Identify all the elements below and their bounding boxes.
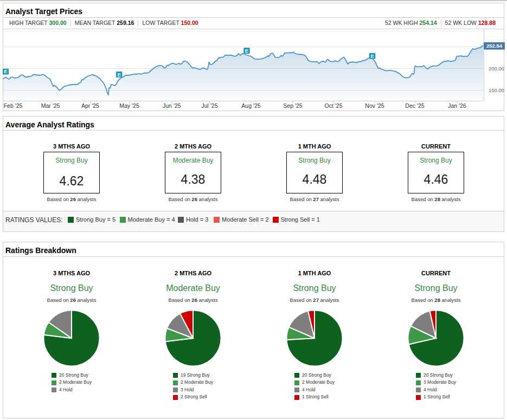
svg-text:Apr '25: Apr '25	[81, 102, 99, 109]
svg-text:E: E	[4, 68, 7, 74]
svg-text:252.54: 252.54	[486, 43, 503, 49]
svg-text:Jun '25: Jun '25	[163, 102, 181, 109]
svg-text:Oct '25: Oct '25	[325, 102, 343, 109]
svg-text:Nov '25: Nov '25	[365, 102, 384, 109]
svg-text:Dec '25: Dec '25	[405, 102, 424, 109]
svg-text:E: E	[245, 48, 248, 54]
svg-text:Jul '25: Jul '25	[201, 102, 217, 109]
svg-text:E: E	[117, 72, 120, 77]
svg-text:Aug '25: Aug '25	[241, 102, 260, 109]
svg-text:Sep '25: Sep '25	[283, 102, 302, 109]
svg-text:E: E	[370, 53, 374, 59]
svg-text:Jan '26: Jan '26	[448, 102, 466, 109]
svg-text:Feb '25: Feb '25	[4, 102, 23, 109]
svg-text:May '25: May '25	[119, 102, 139, 109]
svg-text:200.00: 200.00	[489, 66, 504, 72]
svg-text:Mar '25: Mar '25	[41, 102, 60, 109]
svg-text:150.00: 150.00	[489, 87, 504, 93]
